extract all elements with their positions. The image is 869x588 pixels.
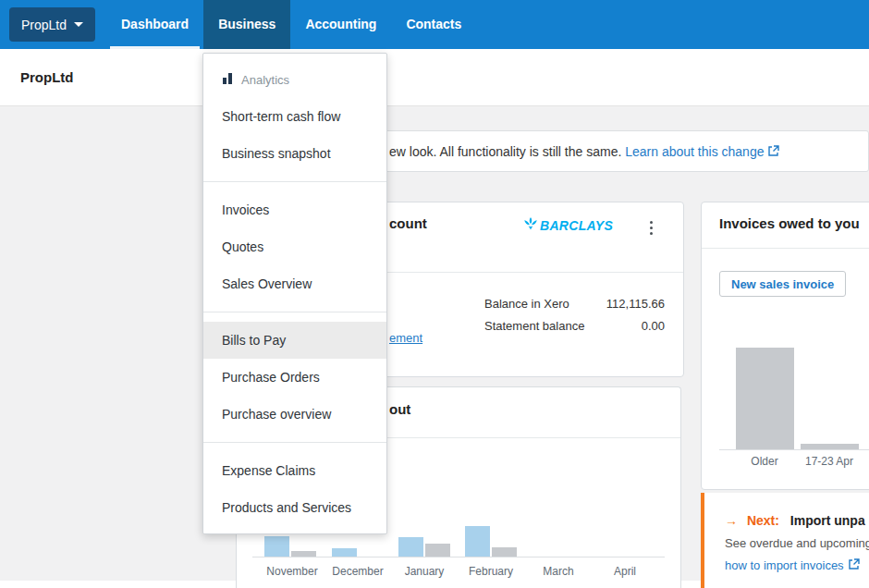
menu-divider <box>203 181 386 182</box>
month-label-april: April <box>588 565 662 578</box>
x-axis-line <box>719 449 869 450</box>
next-label: Next: <box>747 513 779 528</box>
notification-text: ew look. All functionality is still the … <box>389 144 621 159</box>
bar-january-blue <box>398 537 423 557</box>
invoices-owed-card: Invoices owed to you New sales invoice O… <box>701 202 869 490</box>
menu-item-invoices[interactable]: Invoices <box>203 191 386 228</box>
menu-item-short-term-cash-flow[interactable]: Short-term cash flow <box>203 98 386 135</box>
external-link-icon <box>848 558 860 573</box>
month-label-january: January <box>387 565 461 578</box>
menu-section-analytics: Analytics <box>203 61 386 98</box>
org-menu-button[interactable]: PropLtd <box>9 7 95 42</box>
month-label-december: December <box>321 565 395 578</box>
menu-divider <box>203 442 386 443</box>
menu-item-products-and-services[interactable]: Products and Services <box>203 489 386 526</box>
next-import-panel: → Next: Import unpa See overdue and upco… <box>701 493 869 588</box>
bar-17-23-apr <box>801 444 859 449</box>
barclays-logo: BARCLAYS <box>523 216 613 234</box>
arrow-right-icon: → <box>725 513 738 528</box>
tab-contacts-label: Contacts <box>406 17 461 31</box>
external-link-icon <box>767 132 779 174</box>
barclays-eagle-icon <box>523 216 538 234</box>
tab-dashboard-label: Dashboard <box>121 17 189 31</box>
menu-item-quotes[interactable]: Quotes <box>203 228 386 265</box>
bar-november-blue <box>264 536 289 557</box>
month-label-february: February <box>454 565 528 578</box>
bar-label-17-23-apr: 17-23 Apr <box>788 455 869 468</box>
bar-february-blue <box>465 526 490 557</box>
statement-balance-label: Statement balance <box>484 319 584 333</box>
caret-down-icon <box>74 22 83 27</box>
tab-accounting-label: Accounting <box>305 17 376 31</box>
bar-december-blue <box>332 548 357 557</box>
menu-item-business-snapshot[interactable]: Business snapshot <box>203 135 386 172</box>
top-navbar: PropLtd Dashboard Business Accounting Co… <box>0 0 869 49</box>
month-label-march: March <box>521 565 595 578</box>
x-axis-line <box>252 557 665 557</box>
next-description: See overdue and upcoming <box>725 536 869 550</box>
balance-in-xero-label: Balance in Xero <box>484 297 569 311</box>
barclays-logo-text: BARCLAYS <box>540 218 613 233</box>
menu-item-purchase-orders[interactable]: Purchase Orders <box>203 359 386 396</box>
statement-link-fragment[interactable]: ement <box>389 331 422 345</box>
menu-item-sales-overview[interactable]: Sales Overview <box>203 265 386 302</box>
kebab-menu-icon[interactable] <box>641 215 661 239</box>
tab-contacts[interactable]: Contacts <box>391 0 476 49</box>
balance-in-xero-value: 112,115.66 <box>606 297 665 311</box>
statement-balance-value: 0.00 <box>642 319 665 333</box>
learn-about-change-link[interactable]: Learn about this change <box>625 144 764 159</box>
bar-january-gray <box>425 544 450 557</box>
tab-business-label: Business <box>218 17 275 31</box>
org-menu-label: PropLtd <box>21 18 67 32</box>
business-dropdown-menu: Analytics Short-term cash flow Business … <box>202 53 387 534</box>
tab-accounting[interactable]: Accounting <box>290 0 391 49</box>
org-title: PropLtd <box>20 49 74 106</box>
bar-february-gray <box>492 547 517 557</box>
bank-card-title: count <box>389 215 427 231</box>
next-title: Import unpa <box>790 513 865 528</box>
menu-divider <box>203 312 386 312</box>
menu-item-bills-to-pay[interactable]: Bills to Pay <box>203 322 386 359</box>
tab-dashboard[interactable]: Dashboard <box>106 0 203 49</box>
active-tab-indicator <box>110 46 200 49</box>
bar-group-february <box>465 437 517 557</box>
month-label-november: November <box>255 565 329 578</box>
bar-november-gray <box>291 551 316 557</box>
bar-older <box>736 348 794 449</box>
org-header-bar: PropLtd <box>0 49 869 106</box>
analytics-bar-chart-icon <box>222 72 234 88</box>
menu-item-expense-claims[interactable]: Expense Claims <box>203 452 386 489</box>
how-to-import-invoices-link[interactable]: how to import invoices <box>725 558 844 572</box>
tab-business[interactable]: Business <box>203 0 290 49</box>
bar-group-january <box>398 437 450 557</box>
menu-item-purchase-overview[interactable]: Purchase overview <box>203 396 386 433</box>
menu-item-label: Analytics <box>241 73 289 87</box>
cash-card-title: out <box>389 401 410 417</box>
